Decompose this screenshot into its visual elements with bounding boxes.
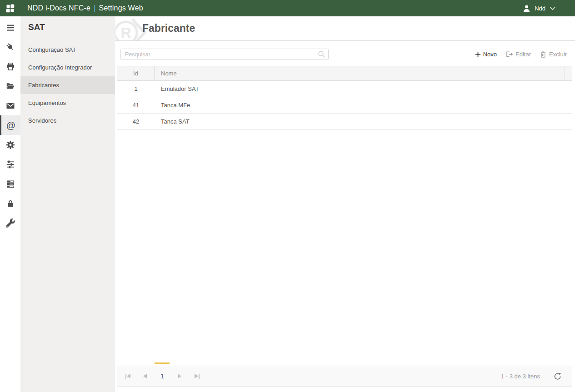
- new-button-label: Novo: [483, 51, 497, 58]
- new-button[interactable]: Novo: [475, 50, 497, 58]
- rail-item-settings[interactable]: [0, 135, 20, 154]
- table-row[interactable]: 1 Emulador SAT: [117, 81, 572, 97]
- delete-button[interactable]: Excluir: [540, 50, 567, 58]
- table-row[interactable]: 41 Tanca MFe: [117, 97, 572, 114]
- sidebar-item-equipamentos[interactable]: Equipamentos: [20, 94, 115, 112]
- first-page-icon: [127, 374, 130, 378]
- app-grid-button[interactable]: [0, 4, 20, 13]
- sidebar-item-fabricantes[interactable]: Fabricantes: [20, 76, 115, 94]
- pager-last-button[interactable]: [191, 371, 202, 382]
- printer-icon: [6, 62, 15, 71]
- user-menu[interactable]: Ndd: [523, 0, 556, 16]
- server-icon: [6, 179, 15, 189]
- toolbar-buttons: Novo Editar: [475, 50, 567, 58]
- sidebar-item-servidores[interactable]: Servidores: [20, 112, 115, 129]
- app-title-product: NDD i-Docs NFC-e: [27, 4, 90, 12]
- pager-prev-button[interactable]: [140, 371, 150, 382]
- sidebar-item-configuracao-integrador[interactable]: Configuração Integrador: [20, 59, 115, 76]
- pager-page-1[interactable]: 1: [157, 371, 168, 382]
- rail-item-folder[interactable]: [0, 76, 20, 96]
- cell-id: 1: [117, 85, 155, 92]
- rail-item-at[interactable]: @: [0, 115, 20, 135]
- edit-button[interactable]: Editar: [505, 50, 531, 58]
- delete-button-label: Excluir: [549, 51, 567, 58]
- user-name: Ndd: [535, 5, 545, 12]
- plus-icon: [475, 51, 481, 57]
- grid-header: Id Nome: [117, 66, 572, 81]
- rail-item-plug[interactable]: [0, 37, 20, 57]
- edit-icon: [505, 50, 513, 58]
- pager-next-button[interactable]: [174, 371, 185, 382]
- folder-open-icon: [6, 82, 15, 91]
- refresh-button[interactable]: [554, 372, 561, 380]
- menu-icon: [6, 23, 15, 32]
- cell-nome: Tanca SAT: [155, 118, 572, 125]
- cell-nome: Emulador SAT: [155, 85, 572, 92]
- sidebar-item-configuracao-sat[interactable]: Configuração SAT: [20, 41, 115, 59]
- last-page-icon: [195, 374, 198, 378]
- cell-id: 42: [117, 118, 155, 125]
- page-title: Fabricante: [142, 22, 195, 35]
- edit-button-label: Editar: [515, 51, 531, 58]
- pager-first-button[interactable]: [122, 371, 133, 382]
- user-icon: [523, 5, 530, 12]
- page-header: R Fabricante: [115, 16, 575, 41]
- trash-icon: [540, 51, 547, 58]
- prev-page-icon: [143, 374, 147, 378]
- rail-item-lock[interactable]: [0, 194, 20, 213]
- column-header-id[interactable]: Id: [117, 66, 155, 80]
- chevron-down-icon: [550, 6, 556, 10]
- sidebar-items: Configuração SAT Configuração Integrador…: [20, 41, 115, 129]
- next-page-icon: [178, 374, 181, 378]
- plug-icon: [6, 43, 15, 52]
- apps-grid-icon: [5, 4, 15, 13]
- toolbar: Novo Editar: [115, 41, 575, 65]
- rail-item-printer[interactable]: [0, 57, 20, 76]
- sliders-icon: [6, 160, 15, 169]
- column-header-nome[interactable]: Nome: [155, 66, 565, 80]
- app-title-divider: |: [90, 4, 99, 12]
- icon-rail: @: [0, 16, 20, 392]
- sidebar-title: SAT: [20, 16, 115, 32]
- at-sign-icon: @: [6, 121, 15, 130]
- data-grid: Id Nome 1 Emulador SAT 41 Tanca MFe 42 T…: [117, 66, 572, 130]
- main-content: R Fabricante Novo: [115, 16, 575, 392]
- envelope-icon: [6, 101, 15, 110]
- search-box: [120, 49, 329, 60]
- pager-info: 1 - 3 de 3 itens: [501, 373, 540, 380]
- top-bar: NDD i-Docs NFC-e|Settings Web Ndd: [0, 0, 575, 16]
- app-title-module: Settings Web: [99, 4, 143, 12]
- search-input[interactable]: [121, 49, 318, 60]
- cell-nome: Tanca MFe: [155, 102, 572, 109]
- table-row[interactable]: 42 Tanca SAT: [117, 114, 572, 130]
- svg-text:R: R: [120, 25, 131, 41]
- rail-item-sliders[interactable]: [0, 154, 20, 174]
- column-header-spacer: [565, 66, 572, 80]
- rail-item-menu[interactable]: [0, 18, 20, 37]
- rail-item-envelope[interactable]: [0, 96, 20, 115]
- app-title: NDD i-Docs NFC-e|Settings Web: [27, 4, 143, 12]
- cell-id: 41: [117, 102, 155, 109]
- search-icon[interactable]: [318, 50, 325, 58]
- sidebar: SAT Configuração SAT Configuração Integr…: [20, 16, 115, 392]
- rail-item-server[interactable]: [0, 174, 20, 194]
- rail-item-tools[interactable]: [0, 213, 20, 233]
- gear-icon: [6, 140, 15, 149]
- lock-icon: [6, 199, 15, 208]
- pager-active-indicator: [155, 362, 170, 364]
- wrench-icon: [6, 218, 15, 228]
- refresh-icon: [554, 372, 561, 380]
- pager: 1 1 - 3 de 3 itens: [117, 366, 572, 387]
